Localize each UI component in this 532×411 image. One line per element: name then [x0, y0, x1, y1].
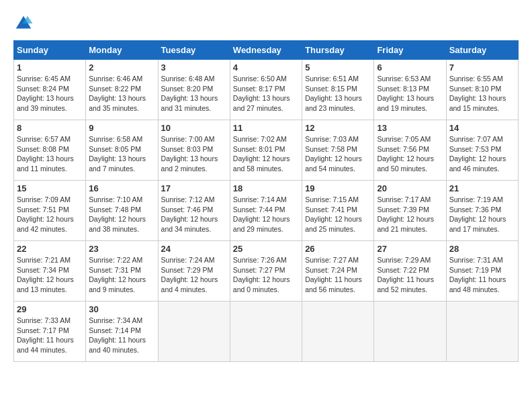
- col-header-tuesday: Tuesday: [158, 41, 230, 60]
- day-number: 6: [377, 62, 443, 73]
- week-row-4: 22Sunrise: 7:21 AM Sunset: 7:34 PM Dayli…: [14, 241, 519, 302]
- week-row-3: 15Sunrise: 7:09 AM Sunset: 7:51 PM Dayli…: [14, 181, 519, 241]
- day-cell: 3Sunrise: 6:48 AM Sunset: 8:20 PM Daylig…: [158, 60, 230, 120]
- day-info: Sunrise: 7:17 AM Sunset: 7:39 PM Dayligh…: [377, 195, 443, 234]
- day-info: Sunrise: 6:58 AM Sunset: 8:05 PM Dayligh…: [89, 134, 154, 174]
- day-info: Sunrise: 7:33 AM Sunset: 7:17 PM Dayligh…: [17, 316, 83, 355]
- day-number: 17: [161, 183, 227, 193]
- day-cell: 13Sunrise: 7:05 AM Sunset: 7:56 PM Dayli…: [374, 120, 446, 181]
- day-number: 21: [449, 183, 515, 193]
- week-row-2: 8Sunrise: 6:57 AM Sunset: 8:08 PM Daylig…: [14, 120, 519, 181]
- day-info: Sunrise: 6:53 AM Sunset: 8:13 PM Dayligh…: [377, 74, 443, 113]
- day-cell: 8Sunrise: 6:57 AM Sunset: 8:08 PM Daylig…: [14, 120, 86, 181]
- day-cell: 24Sunrise: 7:24 AM Sunset: 7:29 PM Dayli…: [158, 241, 230, 302]
- col-header-thursday: Thursday: [302, 41, 374, 60]
- day-info: Sunrise: 7:07 AM Sunset: 7:53 PM Dayligh…: [449, 134, 515, 174]
- day-number: 11: [233, 123, 299, 133]
- day-cell: 22Sunrise: 7:21 AM Sunset: 7:34 PM Dayli…: [14, 241, 86, 302]
- day-number: 2: [89, 62, 154, 73]
- day-number: 25: [233, 244, 299, 254]
- day-number: 14: [449, 123, 515, 133]
- day-info: Sunrise: 7:27 AM Sunset: 7:24 PM Dayligh…: [305, 255, 371, 295]
- day-cell: [302, 302, 374, 362]
- day-cell: 1Sunrise: 6:45 AM Sunset: 8:24 PM Daylig…: [14, 60, 86, 120]
- header-row: SundayMondayTuesdayWednesdayThursdayFrid…: [14, 41, 519, 60]
- week-row-5: 29Sunrise: 7:33 AM Sunset: 7:17 PM Dayli…: [14, 302, 519, 362]
- day-info: Sunrise: 6:51 AM Sunset: 8:15 PM Dayligh…: [305, 74, 371, 113]
- day-number: 24: [161, 244, 227, 254]
- day-number: 9: [89, 123, 154, 133]
- day-info: Sunrise: 7:03 AM Sunset: 7:58 PM Dayligh…: [305, 134, 371, 174]
- day-cell: 4Sunrise: 6:50 AM Sunset: 8:17 PM Daylig…: [230, 60, 302, 120]
- day-info: Sunrise: 7:12 AM Sunset: 7:46 PM Dayligh…: [161, 195, 227, 234]
- day-cell: 17Sunrise: 7:12 AM Sunset: 7:46 PM Dayli…: [158, 181, 230, 241]
- day-info: Sunrise: 7:22 AM Sunset: 7:31 PM Dayligh…: [89, 255, 154, 295]
- day-number: 19: [305, 183, 371, 193]
- day-number: 27: [377, 244, 443, 254]
- calendar-table: SundayMondayTuesdayWednesdayThursdayFrid…: [13, 40, 519, 362]
- day-cell: 30Sunrise: 7:34 AM Sunset: 7:14 PM Dayli…: [86, 302, 158, 362]
- day-cell: 19Sunrise: 7:15 AM Sunset: 7:41 PM Dayli…: [302, 181, 374, 241]
- day-number: 22: [17, 244, 83, 254]
- day-info: Sunrise: 7:19 AM Sunset: 7:36 PM Dayligh…: [449, 195, 515, 234]
- day-info: Sunrise: 7:10 AM Sunset: 7:48 PM Dayligh…: [89, 195, 154, 234]
- day-number: 7: [449, 62, 515, 73]
- day-info: Sunrise: 7:09 AM Sunset: 7:51 PM Dayligh…: [17, 195, 83, 234]
- day-number: 1: [17, 62, 83, 73]
- col-header-sunday: Sunday: [14, 41, 86, 60]
- day-cell: 18Sunrise: 7:14 AM Sunset: 7:44 PM Dayli…: [230, 181, 302, 241]
- day-info: Sunrise: 6:46 AM Sunset: 8:22 PM Dayligh…: [89, 74, 154, 113]
- day-info: Sunrise: 7:29 AM Sunset: 7:22 PM Dayligh…: [377, 255, 443, 295]
- day-info: Sunrise: 7:21 AM Sunset: 7:34 PM Dayligh…: [17, 255, 83, 295]
- day-cell: 27Sunrise: 7:29 AM Sunset: 7:22 PM Dayli…: [374, 241, 446, 302]
- day-info: Sunrise: 6:45 AM Sunset: 8:24 PM Dayligh…: [17, 74, 83, 113]
- logo: [13, 13, 36, 34]
- day-cell: 25Sunrise: 7:26 AM Sunset: 7:27 PM Dayli…: [230, 241, 302, 302]
- col-header-wednesday: Wednesday: [230, 41, 302, 60]
- day-info: Sunrise: 7:26 AM Sunset: 7:27 PM Dayligh…: [233, 255, 299, 295]
- day-info: Sunrise: 7:15 AM Sunset: 7:41 PM Dayligh…: [305, 195, 371, 234]
- day-number: 20: [377, 183, 443, 193]
- day-number: 12: [305, 123, 371, 133]
- day-info: Sunrise: 7:05 AM Sunset: 7:56 PM Dayligh…: [377, 134, 443, 174]
- day-cell: 28Sunrise: 7:31 AM Sunset: 7:19 PM Dayli…: [446, 241, 518, 302]
- col-header-saturday: Saturday: [446, 41, 518, 60]
- logo-icon: [13, 13, 34, 34]
- col-header-monday: Monday: [86, 41, 158, 60]
- day-cell: 20Sunrise: 7:17 AM Sunset: 7:39 PM Dayli…: [374, 181, 446, 241]
- day-number: 16: [89, 183, 154, 193]
- day-cell: [230, 302, 302, 362]
- day-number: 5: [305, 62, 371, 73]
- day-number: 18: [233, 183, 299, 193]
- day-number: 28: [449, 244, 515, 254]
- col-header-friday: Friday: [374, 41, 446, 60]
- day-number: 4: [233, 62, 299, 73]
- day-cell: [446, 302, 518, 362]
- day-cell: 21Sunrise: 7:19 AM Sunset: 7:36 PM Dayli…: [446, 181, 518, 241]
- day-number: 29: [17, 304, 83, 314]
- page-header: [13, 13, 519, 34]
- day-number: 10: [161, 123, 227, 133]
- day-info: Sunrise: 6:48 AM Sunset: 8:20 PM Dayligh…: [161, 74, 227, 113]
- day-cell: 5Sunrise: 6:51 AM Sunset: 8:15 PM Daylig…: [302, 60, 374, 120]
- day-cell: 26Sunrise: 7:27 AM Sunset: 7:24 PM Dayli…: [302, 241, 374, 302]
- day-cell: [158, 302, 230, 362]
- day-number: 13: [377, 123, 443, 133]
- day-cell: 15Sunrise: 7:09 AM Sunset: 7:51 PM Dayli…: [14, 181, 86, 241]
- day-cell: 29Sunrise: 7:33 AM Sunset: 7:17 PM Dayli…: [14, 302, 86, 362]
- day-cell: 11Sunrise: 7:02 AM Sunset: 8:01 PM Dayli…: [230, 120, 302, 181]
- day-info: Sunrise: 6:57 AM Sunset: 8:08 PM Dayligh…: [17, 134, 83, 174]
- day-number: 3: [161, 62, 227, 73]
- week-row-1: 1Sunrise: 6:45 AM Sunset: 8:24 PM Daylig…: [14, 60, 519, 120]
- day-cell: 2Sunrise: 6:46 AM Sunset: 8:22 PM Daylig…: [86, 60, 158, 120]
- day-cell: 16Sunrise: 7:10 AM Sunset: 7:48 PM Dayli…: [86, 181, 158, 241]
- day-cell: 7Sunrise: 6:55 AM Sunset: 8:10 PM Daylig…: [446, 60, 518, 120]
- day-cell: 6Sunrise: 6:53 AM Sunset: 8:13 PM Daylig…: [374, 60, 446, 120]
- day-cell: 14Sunrise: 7:07 AM Sunset: 7:53 PM Dayli…: [446, 120, 518, 181]
- day-number: 23: [89, 244, 154, 254]
- day-info: Sunrise: 7:24 AM Sunset: 7:29 PM Dayligh…: [161, 255, 227, 295]
- day-number: 15: [17, 183, 83, 193]
- day-info: Sunrise: 7:31 AM Sunset: 7:19 PM Dayligh…: [449, 255, 515, 295]
- day-info: Sunrise: 7:02 AM Sunset: 8:01 PM Dayligh…: [233, 134, 299, 174]
- day-cell: [374, 302, 446, 362]
